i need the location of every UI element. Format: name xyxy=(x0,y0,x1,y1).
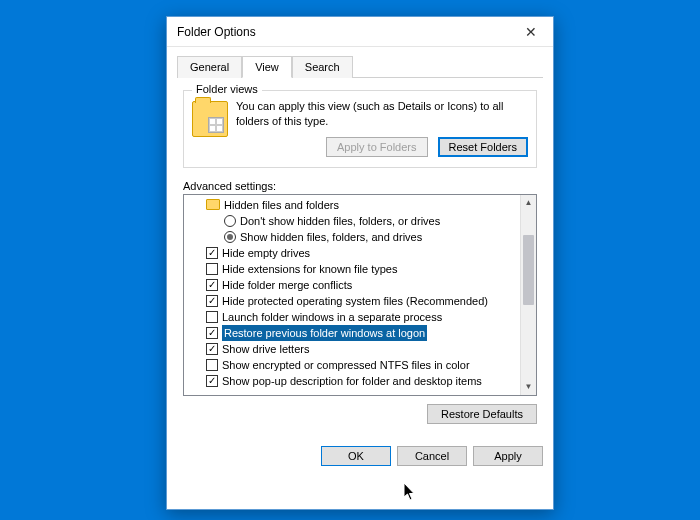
radio-label[interactable]: Don't show hidden files, folders, or dri… xyxy=(240,213,440,229)
checkbox[interactable]: ✓ xyxy=(206,279,218,291)
folder-views-label: Folder views xyxy=(192,83,262,95)
radio-label[interactable]: Show hidden files, folders, and drives xyxy=(240,229,422,245)
checkbox[interactable] xyxy=(206,263,218,275)
tab-general[interactable]: General xyxy=(177,56,242,78)
checkbox[interactable]: ✓ xyxy=(206,295,218,307)
folder-options-dialog: Folder Options ✕ General View Search Fol… xyxy=(166,16,554,510)
folder-icon xyxy=(206,199,220,210)
dialog-title: Folder Options xyxy=(177,25,256,39)
tab-search[interactable]: Search xyxy=(292,56,353,78)
advanced-settings-label: Advanced settings: xyxy=(183,180,537,192)
checkbox[interactable]: ✓ xyxy=(206,375,218,387)
list-item-label[interactable]: Show encrypted or compressed NTFS files … xyxy=(222,357,470,373)
tab-strip: General View Search xyxy=(177,55,543,78)
apply-button[interactable]: Apply xyxy=(473,446,543,466)
folder-views-icon xyxy=(192,101,228,137)
reset-folders-button[interactable]: Reset Folders xyxy=(438,137,528,157)
apply-to-folders-button[interactable]: Apply to Folders xyxy=(326,137,427,157)
close-icon: ✕ xyxy=(525,24,537,40)
cancel-button[interactable]: Cancel xyxy=(397,446,467,466)
list-item-label[interactable]: Hide extensions for known file types xyxy=(222,261,397,277)
ok-button[interactable]: OK xyxy=(321,446,391,466)
scroll-down-button[interactable]: ▼ xyxy=(521,379,536,395)
checkbox[interactable]: ✓ xyxy=(206,327,218,339)
close-button[interactable]: ✕ xyxy=(508,17,553,47)
scroll-thumb[interactable] xyxy=(523,235,534,305)
restore-defaults-button[interactable]: Restore Defaults xyxy=(427,404,537,424)
scroll-up-button[interactable]: ▲ xyxy=(521,195,536,211)
dialog-buttons: OK Cancel Apply xyxy=(167,438,553,476)
folder-views-group: Folder views You can apply this view (su… xyxy=(183,90,537,168)
cursor-icon xyxy=(403,483,417,501)
list-item-label[interactable]: Hide folder merge conflicts xyxy=(222,277,352,293)
list-item-label[interactable]: Hide empty drives xyxy=(222,245,310,261)
list-item-label[interactable]: Restore previous folder windows at logon xyxy=(222,325,427,341)
titlebar[interactable]: Folder Options ✕ xyxy=(167,17,553,47)
checkbox[interactable] xyxy=(206,311,218,323)
radio-show[interactable] xyxy=(224,231,236,243)
tree-group-label[interactable]: Hidden files and folders xyxy=(224,197,339,213)
radio-dont-show[interactable] xyxy=(224,215,236,227)
scrollbar[interactable]: ▲ ▼ xyxy=(520,195,536,395)
advanced-settings-list[interactable]: Hidden files and foldersDon't show hidde… xyxy=(183,194,537,396)
checkbox[interactable]: ✓ xyxy=(206,247,218,259)
dialog-body: General View Search Folder views You can… xyxy=(167,47,553,438)
view-panel: Folder views You can apply this view (su… xyxy=(177,78,543,430)
list-item-label[interactable]: Show drive letters xyxy=(222,341,309,357)
list-item-label[interactable]: Launch folder windows in a separate proc… xyxy=(222,309,442,325)
folder-views-description: You can apply this view (such as Details… xyxy=(236,99,528,129)
list-item-label[interactable]: Hide protected operating system files (R… xyxy=(222,293,488,309)
checkbox[interactable] xyxy=(206,359,218,371)
tab-view[interactable]: View xyxy=(242,56,292,78)
list-item-label[interactable]: Show pop-up description for folder and d… xyxy=(222,373,482,389)
checkbox[interactable]: ✓ xyxy=(206,343,218,355)
